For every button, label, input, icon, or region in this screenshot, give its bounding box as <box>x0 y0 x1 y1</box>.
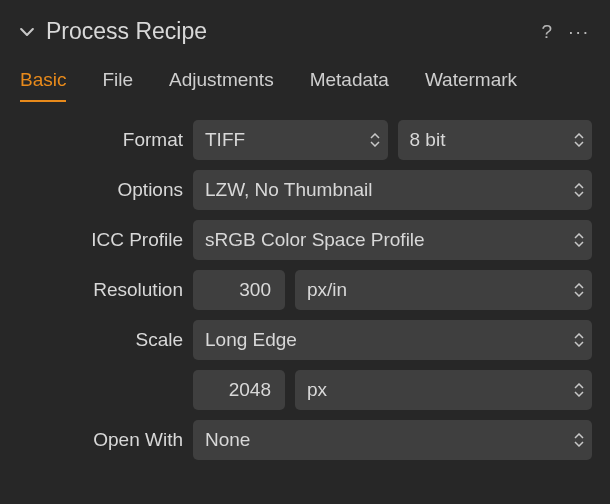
stepper-icon <box>574 133 584 147</box>
collapse-toggle-icon[interactable] <box>20 25 34 39</box>
stepper-icon <box>574 283 584 297</box>
label-scale: Scale <box>18 329 183 351</box>
more-icon[interactable]: ··· <box>568 21 590 43</box>
resolution-unit-select[interactable]: px/in <box>295 270 592 310</box>
label-icc: ICC Profile <box>18 229 183 251</box>
stepper-icon <box>574 183 584 197</box>
scale-value-input[interactable]: 2048 <box>193 370 285 410</box>
label-format: Format <box>18 129 183 151</box>
label-resolution: Resolution <box>18 279 183 301</box>
icc-value: sRGB Color Space Profile <box>205 229 580 251</box>
panel-title: Process Recipe <box>46 18 530 45</box>
scale-unit-select[interactable]: px <box>295 370 592 410</box>
scale-mode-value: Long Edge <box>205 329 580 351</box>
resolution-value: 300 <box>239 279 271 301</box>
label-openwith: Open With <box>18 429 183 451</box>
bitdepth-value: 8 bit <box>410 129 581 151</box>
tab-adjustments[interactable]: Adjustments <box>169 69 274 101</box>
bitdepth-select[interactable]: 8 bit <box>398 120 593 160</box>
scale-value: 2048 <box>229 379 271 401</box>
options-select[interactable]: LZW, No Thumbnail <box>193 170 592 210</box>
format-value: TIFF <box>205 129 376 151</box>
tabs: Basic File Adjustments Metadata Watermar… <box>0 55 610 102</box>
openwith-select[interactable]: None <box>193 420 592 460</box>
tab-basic[interactable]: Basic <box>20 69 66 101</box>
tab-metadata[interactable]: Metadata <box>310 69 389 101</box>
tab-watermark[interactable]: Watermark <box>425 69 517 101</box>
options-value: LZW, No Thumbnail <box>205 179 580 201</box>
tab-file[interactable]: File <box>102 69 133 101</box>
label-options: Options <box>18 179 183 201</box>
scale-unit-value: px <box>307 379 580 401</box>
icc-select[interactable]: sRGB Color Space Profile <box>193 220 592 260</box>
help-icon[interactable]: ? <box>542 21 553 43</box>
stepper-icon <box>574 433 584 447</box>
stepper-icon <box>370 133 380 147</box>
openwith-value: None <box>205 429 580 451</box>
resolution-unit-value: px/in <box>307 279 580 301</box>
stepper-icon <box>574 233 584 247</box>
stepper-icon <box>574 333 584 347</box>
resolution-input[interactable]: 300 <box>193 270 285 310</box>
scale-mode-select[interactable]: Long Edge <box>193 320 592 360</box>
stepper-icon <box>574 383 584 397</box>
format-select[interactable]: TIFF <box>193 120 388 160</box>
